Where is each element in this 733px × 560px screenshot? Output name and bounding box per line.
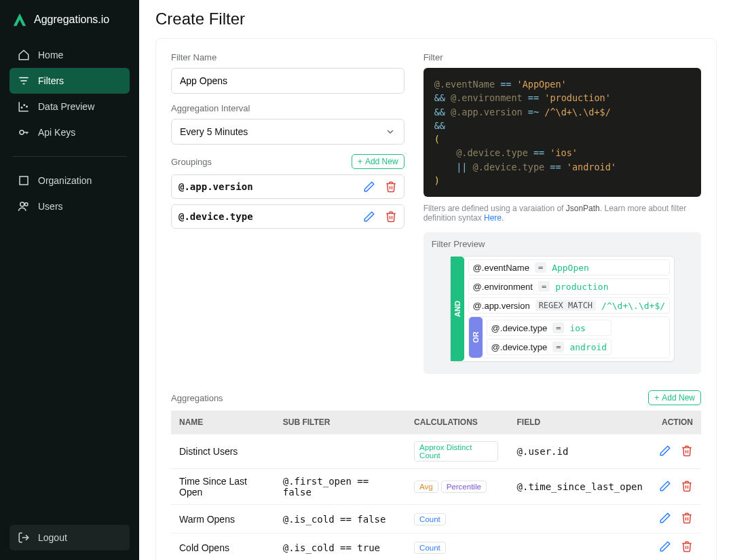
trash-icon[interactable]	[681, 540, 693, 553]
add-new-label: Add New	[365, 157, 398, 166]
grouping-path: @.app.version	[178, 181, 253, 192]
and-gutter: AND	[451, 257, 464, 361]
aggregation-interval-label: Aggregation Interval	[171, 103, 405, 113]
sidebar-item-data-preview[interactable]: Data Preview	[10, 94, 130, 119]
filter-preview-panel: Filter Preview AND @.eventName = AppOpen	[424, 232, 701, 374]
chevron-down-icon	[385, 126, 396, 137]
cell-calcs: Count	[406, 534, 508, 561]
aggregations-label: Aggregations	[171, 393, 223, 403]
sidebar-item-api-keys[interactable]: Api Keys	[10, 119, 130, 145]
sidebar: Aggregations.io Home Filters Data Previe…	[0, 0, 139, 560]
cell-calcs: AvgPercentile	[406, 469, 508, 505]
col-subfilter: SUB FILTER	[275, 411, 406, 434]
filter-form-right: Filter @.eventName == 'AppOpen' && @.env…	[424, 52, 701, 374]
filter-hint: Filters are defined using a varaiation o…	[424, 204, 701, 223]
trash-icon[interactable]	[385, 210, 397, 223]
logout-button[interactable]: Logout	[10, 525, 130, 550]
add-new-label: Add New	[662, 393, 695, 403]
aggregation-interval-select[interactable]: Every 5 Minutes	[171, 119, 405, 145]
grouping-row: @.app.version	[171, 174, 405, 199]
cell-actions	[651, 505, 701, 534]
col-calculations: CALCULATIONS	[406, 411, 508, 434]
add-aggregation-button[interactable]: + Add New	[648, 390, 701, 405]
svg-rect-9	[20, 176, 28, 185]
users-icon	[18, 200, 30, 212]
cell-field: @.time_since_last_open	[509, 469, 651, 505]
filter-syntax-link[interactable]: Here	[484, 213, 502, 223]
cell-actions	[651, 469, 701, 505]
svg-point-5	[26, 106, 28, 107]
cell-calcs: Count	[406, 505, 508, 534]
brand: Aggregations.io	[0, 10, 139, 39]
home-icon	[18, 49, 30, 61]
sidebar-item-label: Home	[38, 50, 63, 60]
sidebar-item-home[interactable]: Home	[10, 42, 130, 68]
sidebar-item-organization[interactable]: Organization	[10, 168, 130, 193]
or-gutter: OR	[469, 317, 483, 358]
logout-label: Logout	[38, 532, 67, 543]
filter-code-label: Filter	[424, 52, 701, 62]
logout-icon	[18, 531, 30, 544]
cell-subfilter: @.first_open == false	[275, 469, 406, 505]
cell-field	[509, 505, 651, 534]
cell-subfilter	[275, 434, 406, 469]
svg-point-4	[24, 105, 25, 106]
edit-icon[interactable]	[363, 210, 375, 223]
trash-icon[interactable]	[681, 512, 693, 524]
sidebar-item-users[interactable]: Users	[10, 193, 130, 219]
main-content: Create Filter Filter Name Aggregation In…	[139, 0, 733, 560]
filter-icon	[18, 75, 30, 87]
filter-code-editor[interactable]: @.eventName == 'AppOpen' && @.environmen…	[424, 68, 701, 197]
page-title: Create Filter	[139, 0, 733, 38]
trash-icon[interactable]	[681, 445, 693, 457]
filter-preview-label: Filter Preview	[432, 239, 693, 249]
edit-icon[interactable]	[363, 181, 375, 193]
trash-icon[interactable]	[385, 181, 397, 193]
edit-icon[interactable]	[659, 480, 671, 492]
filter-name-input[interactable]	[171, 68, 405, 94]
preview-condition: @.device.type = ios	[487, 320, 612, 336]
select-value: Every 5 Minutes	[180, 126, 248, 137]
preview-condition: @.eventName = AppOpen	[468, 259, 670, 276]
cell-name: Time Since Last Open	[171, 469, 275, 505]
calc-tag: Count	[414, 542, 446, 554]
table-row: Cold Opens@.is_cold == trueCount	[171, 534, 701, 561]
primary-nav: Home Filters Data Preview Api Keys	[0, 39, 139, 148]
col-action: ACTION	[651, 411, 701, 434]
cell-name: Cold Opens	[171, 534, 275, 561]
edit-icon[interactable]	[659, 540, 671, 553]
edit-icon[interactable]	[659, 512, 671, 524]
table-row: Warm Opens@.is_cold == falseCount	[171, 505, 701, 534]
cell-actions	[651, 434, 701, 469]
sidebar-item-label: Data Preview	[38, 101, 94, 112]
sidebar-item-label: Filters	[38, 75, 64, 86]
calc-tag: Approx Distinct Count	[414, 441, 497, 462]
preview-condition: @.environment = production	[468, 278, 670, 295]
preview-condition: @.app.version REGEX MATCH /^\d+\.\d+$/	[468, 297, 670, 314]
trash-icon[interactable]	[681, 480, 693, 492]
svg-point-6	[20, 130, 24, 134]
preview-condition: @.device.type = android	[487, 339, 612, 355]
sidebar-item-label: Api Keys	[38, 127, 75, 138]
col-name: NAME	[171, 411, 275, 434]
add-grouping-button[interactable]: + Add New	[352, 154, 405, 169]
plus-icon: +	[358, 157, 362, 166]
col-field: FIELD	[509, 411, 651, 434]
cell-subfilter: @.is_cold == false	[275, 505, 406, 534]
svg-point-14	[25, 203, 29, 206]
cell-field	[509, 534, 651, 561]
filter-form-left: Filter Name Aggregation Interval Every 5…	[171, 52, 405, 374]
table-row: Distinct UsersApprox Distinct Count@.use…	[171, 434, 701, 469]
filter-name-label: Filter Name	[171, 52, 405, 62]
sidebar-item-filters[interactable]: Filters	[10, 68, 130, 94]
calc-tag: Percentile	[441, 481, 487, 493]
building-icon	[18, 174, 30, 187]
grouping-path: @.device.type	[178, 211, 253, 222]
cell-calcs: Approx Distinct Count	[406, 434, 508, 469]
svg-point-3	[21, 107, 22, 109]
preview-or-group: OR @.device.type = ios @.devic	[468, 316, 670, 358]
svg-point-13	[20, 202, 24, 206]
sidebar-item-label: Organization	[38, 175, 92, 186]
chart-icon	[18, 100, 30, 113]
edit-icon[interactable]	[659, 445, 671, 457]
